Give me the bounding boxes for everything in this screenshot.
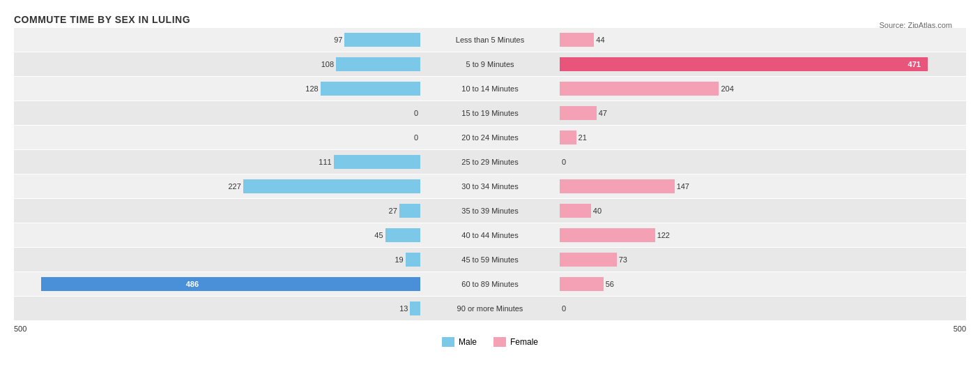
axis-left: 500 (14, 325, 26, 333)
female-value: 47 (599, 109, 607, 117)
male-bar (399, 204, 420, 218)
female-value: 204 (721, 84, 733, 93)
female-value: 44 (596, 36, 604, 44)
female-bar (560, 253, 617, 267)
male-bar (406, 253, 420, 267)
female-bar (560, 179, 675, 193)
row-label: 20 to 24 Minutes (420, 133, 560, 142)
legend-male-box (442, 337, 454, 347)
female-value: 40 (593, 207, 602, 215)
table-row: Less than 5 Minutes9744 (14, 28, 966, 52)
table-row: 45 to 59 Minutes1973 (14, 248, 966, 271)
female-value: 56 (606, 280, 614, 288)
table-row: 10 to 14 Minutes128204 (14, 77, 966, 100)
male-value: 97 (334, 36, 342, 44)
row-label: 40 to 44 Minutes (420, 231, 560, 239)
female-value: 471 (908, 60, 921, 68)
male-bar (321, 82, 420, 96)
table-row: 15 to 19 Minutes047 (14, 101, 966, 125)
legend-female-label: Female (510, 337, 538, 347)
female-value: 0 (562, 304, 566, 313)
row-label: 30 to 34 Minutes (420, 182, 560, 191)
male-value: 0 (414, 133, 418, 142)
male-value: 111 (319, 158, 331, 166)
row-label: Less than 5 Minutes (420, 36, 560, 44)
female-bar (560, 131, 576, 144)
chart-container: COMMUTE TIME BY SEX IN LULING Source: Zi… (14, 7, 966, 354)
female-value: 21 (579, 133, 587, 142)
legend-male-label: Male (459, 337, 477, 347)
table-row: 20 to 24 Minutes021 (14, 126, 966, 149)
female-bar (560, 277, 604, 291)
table-row: 25 to 29 Minutes1110 (14, 150, 966, 174)
legend-female: Female (493, 337, 538, 347)
male-value: 45 (374, 231, 383, 239)
chart-area: Less than 5 Minutes97445 to 9 Minutes108… (14, 28, 966, 320)
table-row: 90 or more Minutes130 (14, 297, 966, 320)
male-value: 128 (305, 84, 318, 93)
row-label: 5 to 9 Minutes (420, 60, 560, 68)
male-value: 486 (183, 280, 420, 288)
legend-female-box (493, 337, 506, 347)
female-bar (560, 57, 928, 71)
male-bar (334, 155, 420, 169)
female-value: 122 (657, 231, 670, 239)
table-row: 5 to 9 Minutes108471 (14, 52, 966, 76)
table-row: 60 to 89 Minutes48656 (14, 272, 966, 296)
table-row: 30 to 34 Minutes227147 (14, 174, 966, 198)
female-value: 0 (562, 158, 566, 166)
female-value: 147 (677, 182, 689, 191)
row-label: 25 to 29 Minutes (420, 158, 560, 166)
male-value: 13 (399, 304, 408, 313)
axis-row: 500 500 (14, 325, 966, 333)
row-label: 15 to 19 Minutes (420, 109, 560, 117)
male-bar (243, 179, 420, 193)
table-row: 35 to 39 Minutes2740 (14, 199, 966, 223)
female-bar (560, 228, 655, 242)
female-value: 73 (619, 255, 627, 264)
legend: Male Female (14, 337, 966, 347)
male-bar (410, 301, 420, 315)
table-row: 40 to 44 Minutes45122 (14, 223, 966, 247)
legend-male: Male (442, 337, 477, 347)
male-bar (385, 228, 420, 242)
female-bar (560, 82, 719, 96)
chart-title: COMMUTE TIME BY SEX IN LULING (14, 14, 966, 25)
axis-right: 500 (954, 325, 966, 333)
male-value: 0 (414, 109, 418, 117)
male-bar (336, 57, 420, 71)
male-value: 108 (321, 60, 334, 68)
row-label: 10 to 14 Minutes (420, 84, 560, 93)
male-value: 227 (228, 182, 240, 191)
female-bar (560, 33, 594, 47)
male-bar (344, 33, 420, 47)
header-row: COMMUTE TIME BY SEX IN LULING Source: Zi… (14, 14, 966, 25)
row-label: 60 to 89 Minutes (420, 280, 560, 288)
female-bar (560, 204, 591, 218)
row-label: 35 to 39 Minutes (420, 207, 560, 215)
female-bar (560, 106, 597, 120)
male-value: 27 (389, 207, 397, 215)
row-label: 90 or more Minutes (420, 304, 560, 313)
row-label: 45 to 59 Minutes (420, 255, 560, 264)
male-value: 19 (395, 255, 403, 264)
